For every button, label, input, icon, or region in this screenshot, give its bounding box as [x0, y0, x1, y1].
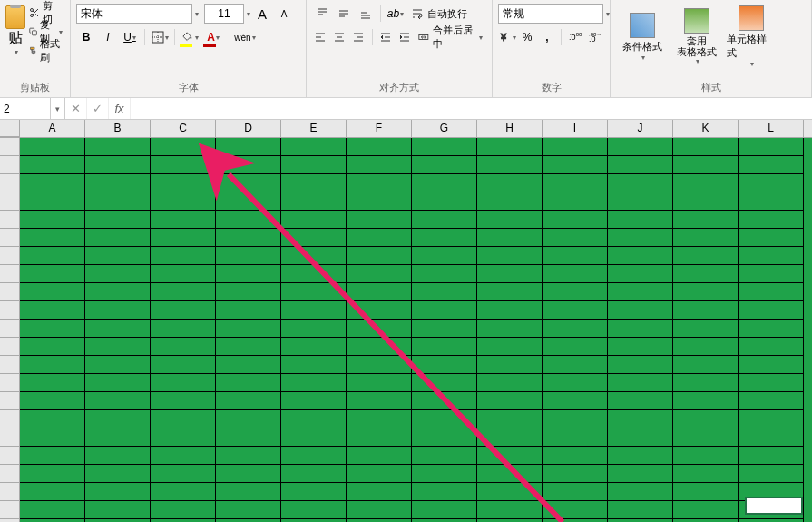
chevron-down-icon[interactable]: ▾ [606, 10, 610, 18]
cell[interactable] [673, 229, 739, 247]
cell[interactable] [347, 465, 412, 483]
cell[interactable] [608, 447, 673, 465]
cell[interactable] [85, 428, 151, 447]
cell[interactable] [151, 392, 216, 410]
cell[interactable] [281, 320, 347, 338]
row-header[interactable] [0, 338, 20, 356]
cell[interactable] [608, 138, 673, 156]
align-top-button[interactable] [312, 4, 332, 24]
cell[interactable] [477, 410, 543, 428]
cell[interactable] [20, 156, 85, 174]
cell[interactable] [673, 374, 739, 392]
cell[interactable] [673, 320, 739, 338]
row-header[interactable] [0, 374, 20, 392]
cell[interactable] [281, 392, 347, 410]
cell[interactable] [151, 265, 216, 283]
cell[interactable] [281, 410, 347, 428]
cell[interactable] [20, 465, 85, 483]
cell[interactable] [543, 338, 608, 356]
cell[interactable] [85, 211, 151, 229]
cell[interactable] [20, 392, 85, 410]
cell[interactable] [20, 211, 85, 229]
cell[interactable] [543, 392, 608, 410]
cell[interactable] [216, 465, 281, 483]
cell[interactable] [216, 428, 281, 447]
cell[interactable] [412, 229, 477, 247]
cell[interactable] [608, 265, 673, 283]
cell[interactable] [739, 247, 804, 265]
row-header[interactable] [0, 428, 20, 447]
increase-decimal-button[interactable]: .0←.00 [566, 27, 584, 47]
cell[interactable] [739, 265, 804, 283]
cell[interactable] [85, 374, 151, 392]
decrease-decimal-button[interactable]: .00→.0 [586, 27, 604, 47]
cell[interactable] [20, 283, 85, 301]
cell[interactable] [20, 301, 85, 320]
cell[interactable] [543, 247, 608, 265]
row-header[interactable] [0, 392, 20, 410]
increase-indent-button[interactable] [396, 27, 414, 47]
cell[interactable] [477, 138, 543, 156]
cell[interactable] [412, 247, 477, 265]
orientation-button[interactable]: ab▾ [386, 4, 406, 24]
cell[interactable] [673, 338, 739, 356]
cell[interactable] [151, 501, 216, 519]
cell[interactable] [85, 174, 151, 192]
cell[interactable] [216, 483, 281, 501]
cell[interactable] [608, 174, 673, 192]
number-format-select[interactable] [498, 4, 603, 24]
cell[interactable] [216, 138, 281, 156]
cell[interactable] [608, 247, 673, 265]
cell[interactable] [543, 174, 608, 192]
cell[interactable] [347, 501, 412, 519]
column-header[interactable]: K [673, 120, 739, 137]
cell[interactable] [347, 283, 412, 301]
cell[interactable] [20, 374, 85, 392]
cell[interactable] [608, 410, 673, 428]
cell[interactable] [216, 356, 281, 374]
cell[interactable] [608, 229, 673, 247]
cell[interactable] [216, 501, 281, 519]
decrease-indent-button[interactable] [377, 27, 395, 47]
cell[interactable] [608, 356, 673, 374]
cell[interactable] [85, 265, 151, 283]
cell[interactable] [20, 174, 85, 192]
cell[interactable] [412, 501, 477, 519]
cell[interactable] [543, 192, 608, 211]
cell[interactable] [543, 428, 608, 447]
cell[interactable] [477, 192, 543, 211]
cell[interactable] [216, 392, 281, 410]
select-all-corner[interactable] [0, 120, 20, 137]
cell[interactable] [151, 338, 216, 356]
cell[interactable] [673, 247, 739, 265]
cell-style-button[interactable]: 单元格样式 ▾ [725, 4, 778, 70]
cell[interactable] [347, 211, 412, 229]
cell[interactable] [216, 229, 281, 247]
cell[interactable] [347, 301, 412, 320]
name-box-dropdown[interactable]: ▾ [51, 98, 65, 119]
cell[interactable] [412, 447, 477, 465]
cell[interactable] [281, 283, 347, 301]
cell[interactable] [347, 156, 412, 174]
accounting-format-button[interactable]: ¥▾ [498, 27, 516, 47]
cell[interactable] [20, 138, 85, 156]
cell[interactable] [608, 338, 673, 356]
cell[interactable] [151, 356, 216, 374]
cell[interactable] [20, 338, 85, 356]
cell[interactable] [216, 156, 281, 174]
cell[interactable] [85, 447, 151, 465]
align-left-button[interactable] [312, 27, 329, 47]
cell[interactable] [673, 156, 739, 174]
cell[interactable] [347, 174, 412, 192]
cell[interactable] [739, 156, 804, 174]
cell[interactable] [673, 211, 739, 229]
cell[interactable] [543, 138, 608, 156]
cell[interactable] [85, 501, 151, 519]
cell[interactable] [412, 356, 477, 374]
column-header[interactable]: E [281, 120, 347, 137]
align-center-button[interactable] [331, 27, 348, 47]
cell[interactable] [347, 229, 412, 247]
cell[interactable] [739, 301, 804, 320]
cell[interactable] [347, 447, 412, 465]
cell[interactable] [151, 192, 216, 211]
